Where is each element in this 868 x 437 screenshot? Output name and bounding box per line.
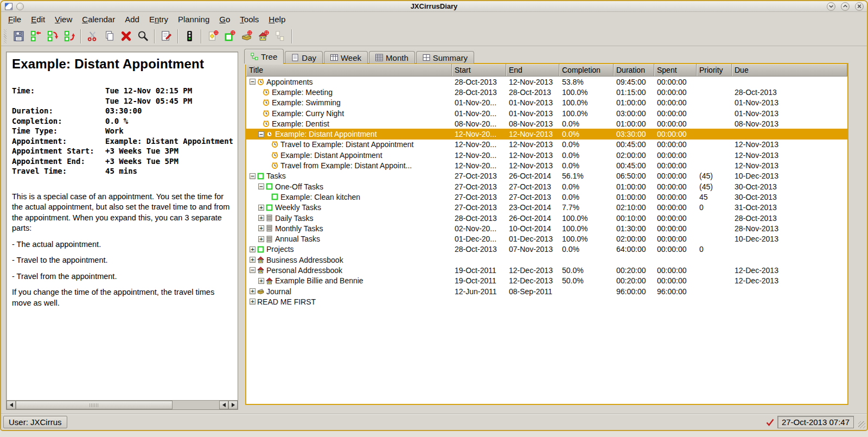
toolbar-grip[interactable]	[4, 29, 7, 43]
expand-toggle[interactable]: +	[258, 215, 264, 221]
repeat-icon	[266, 236, 273, 243]
table-row[interactable]: Travel from Example: Distant Appoint...1…	[246, 160, 847, 170]
table-row[interactable]: Example: Swimming01-Nov-20...01-Nov-2013…	[246, 98, 847, 108]
menu-add[interactable]: Add	[120, 13, 144, 26]
table-row[interactable]: +Annual Tasks01-Dec-20...01-Dec-2013100.…	[246, 233, 847, 244]
table-row[interactable]: Example: Clean kitchen27-Oct-201327-Oct-…	[246, 192, 847, 202]
menubar: FileEditViewCalendarAddEntryPlanningGoTo…	[1, 12, 867, 27]
expand-toggle[interactable]: +	[258, 225, 264, 231]
collapse-toggle[interactable]: −	[250, 173, 256, 179]
scroll-left-button[interactable]	[7, 401, 16, 409]
menu-planning[interactable]: Planning	[173, 13, 214, 26]
panel-splitter[interactable]	[239, 52, 244, 410]
collapse-toggle[interactable]: −	[250, 267, 256, 273]
add-reminder-button[interactable]	[205, 28, 221, 45]
column-header-completion[interactable]: Completion	[559, 64, 614, 76]
column-header-title[interactable]: Title	[246, 64, 452, 76]
scrollbar-track[interactable]	[16, 401, 219, 409]
task-icon	[257, 173, 264, 180]
cut-button[interactable]	[84, 28, 101, 45]
resize-grip[interactable]	[858, 421, 865, 428]
tab-summary[interactable]: Summary	[416, 51, 474, 64]
collapse-toggle[interactable]: −	[250, 79, 256, 85]
table-row[interactable]: −Example: Distant Appointment12-Nov-20..…	[246, 129, 847, 139]
table-row[interactable]: Example: Distant Appointment12-Nov-20...…	[246, 150, 847, 160]
table-row[interactable]: +READ ME FIRST	[246, 296, 847, 307]
column-header-due[interactable]: Due	[732, 64, 847, 76]
save-button[interactable]	[10, 28, 27, 45]
maximize-button[interactable]	[841, 2, 850, 11]
menu-view[interactable]: View	[50, 13, 77, 26]
table-row[interactable]: −Personal Addressbook19-Oct-201112-Dec-2…	[246, 265, 847, 275]
copy-icon	[103, 30, 116, 42]
priority-cell: 45	[697, 193, 732, 201]
table-row[interactable]: +Daily Tasks28-Oct-201326-Oct-2014100.0%…	[246, 213, 847, 223]
column-header-spent[interactable]: Spent	[654, 64, 697, 76]
table-row[interactable]: −Tasks27-Oct-201326-Oct-201456.1%06:50:0…	[246, 171, 847, 181]
menu-entry[interactable]: Entry	[144, 13, 173, 26]
house-icon	[266, 277, 273, 284]
start-cell: 27-Oct-2013	[452, 182, 506, 191]
collapse-toggle[interactable]: −	[258, 183, 264, 189]
table-row[interactable]: +Business Addressbook	[246, 255, 847, 265]
table-row[interactable]: Example: Dentist08-Nov-20...08-Nov-20130…	[246, 118, 847, 129]
column-header-duration[interactable]: Duration	[614, 64, 654, 76]
expand-toggle[interactable]: +	[250, 246, 256, 252]
move-entry-left-button[interactable]	[27, 28, 44, 45]
menu-edit[interactable]: Edit	[26, 13, 50, 26]
detail-field: Time Type:Work	[12, 126, 231, 136]
tab-day[interactable]: Day	[285, 51, 323, 64]
minimize-button[interactable]	[827, 2, 835, 11]
edit-entry-button[interactable]	[158, 28, 175, 45]
menu-calendar[interactable]: Calendar	[77, 13, 120, 26]
scroll-left-button-2[interactable]	[219, 401, 228, 409]
menu-help[interactable]: Help	[264, 13, 290, 26]
tab-month[interactable]: Month	[369, 51, 415, 64]
find-button[interactable]	[135, 28, 151, 45]
column-header-end[interactable]: End	[506, 64, 559, 76]
clock-icon	[263, 110, 270, 117]
collapse-toggle[interactable]: −	[258, 131, 264, 137]
add-task-button[interactable]	[221, 28, 238, 45]
column-header-start[interactable]: Start	[452, 64, 506, 76]
table-row[interactable]: Example: Meeting28-Oct-201328-Oct-201310…	[246, 87, 847, 97]
scrollbar-thumb[interactable]	[16, 401, 173, 409]
table-row[interactable]: −Appointments28-Oct-201312-Nov-201353.8%…	[246, 77, 847, 87]
tab-week[interactable]: Week	[324, 51, 368, 64]
table-row[interactable]: +Monthly Tasks02-Nov-20...10-Oct-2014100…	[246, 223, 847, 233]
priority-cell: 0	[697, 203, 732, 212]
window-menu-button[interactable]	[16, 3, 24, 10]
table-row[interactable]: +Journal12-Jun-201108-Sep-201196:00:0096…	[246, 286, 847, 296]
expand-toggle[interactable]: +	[258, 236, 264, 242]
datetime-field[interactable]: 27-Oct-2013 07:47	[777, 416, 854, 428]
add-journal-button[interactable]	[238, 28, 255, 45]
expand-toggle[interactable]: +	[250, 257, 256, 263]
end-cell: 10-Oct-2014	[506, 224, 559, 233]
expand-toggle[interactable]: +	[250, 288, 256, 294]
copy-button[interactable]	[101, 28, 118, 45]
tab-tree[interactable]: Tree	[244, 49, 284, 64]
expand-toggle[interactable]: +	[258, 278, 264, 284]
expand-toggle[interactable]: +	[258, 205, 264, 211]
scroll-right-button[interactable]	[228, 401, 238, 409]
move-entry-up-button[interactable]	[61, 28, 78, 45]
column-header-priority[interactable]: Priority	[697, 64, 732, 76]
menu-file[interactable]: File	[3, 13, 26, 26]
add-address-button[interactable]	[255, 28, 272, 45]
delete-button[interactable]	[118, 28, 135, 45]
move-entry-down-button[interactable]	[44, 28, 61, 45]
planning-button[interactable]	[181, 28, 198, 45]
menu-go[interactable]: Go	[214, 13, 235, 26]
title-cell: Example: Curry Night	[246, 109, 452, 118]
table-row[interactable]: +Example Billie and Bennie19-Oct-201112-…	[246, 276, 847, 286]
expand-toggle[interactable]: +	[250, 299, 256, 305]
detail-horizontal-scrollbar[interactable]	[7, 400, 238, 409]
table-row[interactable]: Example: Curry Night01-Nov-20...01-Nov-2…	[246, 108, 847, 118]
table-row[interactable]: −One-Off Tasks27-Oct-201327-Oct-20130.0%…	[246, 181, 847, 192]
close-button[interactable]	[855, 2, 864, 11]
menu-tools[interactable]: Tools	[235, 13, 264, 26]
table-row[interactable]: +Weekly Tasks27-Oct-201323-Oct-20147.7%0…	[246, 202, 847, 213]
table-row[interactable]: +Projects28-Oct-201307-Nov-20130.0%64:00…	[246, 244, 847, 255]
add-subentry-button[interactable]	[272, 28, 289, 45]
table-row[interactable]: Travel to Example: Distant Appointment12…	[246, 140, 847, 150]
